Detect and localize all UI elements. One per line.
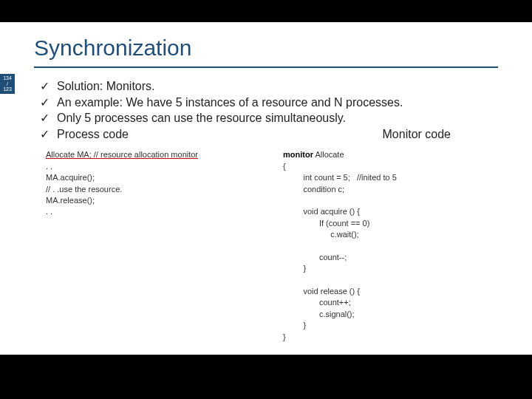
check-icon: ✓ — [40, 78, 50, 95]
page-number-badge: 134 / 123 — [0, 74, 15, 94]
slide: Synchronization 134 / 123 ✓ Solution: Mo… — [0, 22, 532, 355]
process-code-block: Allocate MA; // resource allocation moni… — [46, 149, 268, 343]
process-code-heading: Process code — [57, 126, 129, 143]
code-line: Allocate MA; // resource allocation moni… — [46, 150, 198, 159]
code-body: . . MA.acquire(); // . .use the resource… — [46, 162, 122, 216]
bullet-list: ✓ Solution: Monitors. ✓ An example: We h… — [0, 68, 532, 142]
code-section: Allocate MA; // resource allocation moni… — [0, 142, 532, 343]
monitor-code-block: monitor Allocate { int count = 5; //init… — [283, 149, 505, 343]
code-keyword: monitor — [283, 150, 313, 159]
list-item: ✓ An example: We have 5 instances of a r… — [40, 95, 510, 111]
slide-title: Synchronization — [0, 22, 532, 65]
check-icon: ✓ — [40, 95, 50, 111]
monitor-code-heading: Monitor code — [383, 126, 511, 143]
check-icon: ✓ — [40, 110, 50, 126]
code-body: Allocate { int count = 5; //inited to 5 … — [283, 150, 397, 341]
check-icon: ✓ — [40, 126, 50, 143]
list-item: ✓ Solution: Monitors. — [40, 78, 510, 95]
list-item: ✓ Only 5 processes can use the resource … — [40, 110, 510, 126]
bullet-text: Solution: Monitors. — [57, 78, 155, 95]
bullet-text: Only 5 processes can use the resource si… — [57, 110, 346, 126]
list-item: ✓ Process code Monitor code — [40, 126, 510, 143]
bullet-text: An example: We have 5 instances of a res… — [57, 95, 403, 111]
